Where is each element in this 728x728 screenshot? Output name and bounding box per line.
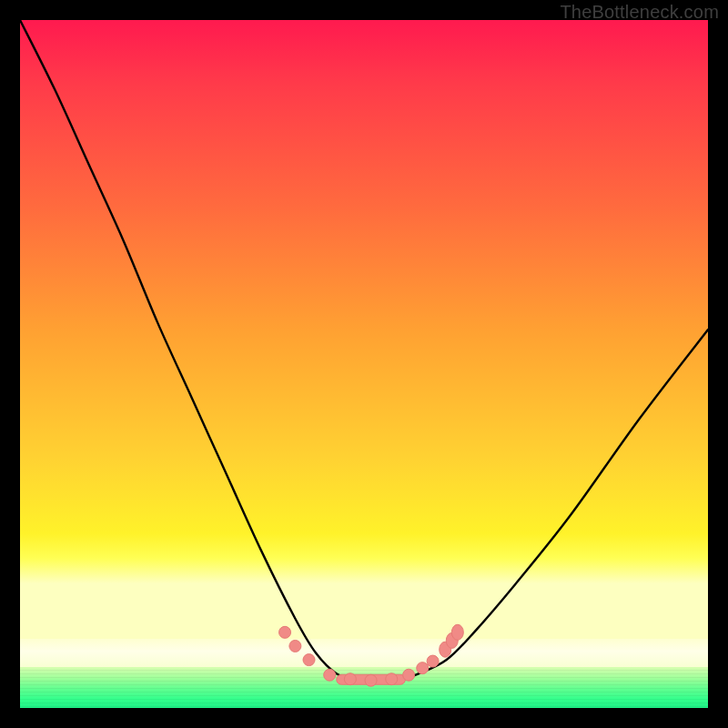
curve-marker (324, 669, 336, 681)
curve-marker (303, 654, 315, 666)
curve-marker (279, 626, 291, 638)
bottleneck-curve-line (20, 20, 708, 681)
chart-frame: TheBottleneck.com (0, 0, 728, 728)
plot-area (20, 20, 708, 708)
curve-marker (344, 673, 356, 685)
curve-marker (427, 655, 439, 667)
curve-marker (386, 673, 398, 685)
curve-marker (365, 674, 377, 686)
watermark-text: TheBottleneck.com (560, 2, 719, 23)
curve-marker (451, 624, 463, 640)
curve-marker (289, 640, 301, 652)
curve-marker (417, 662, 429, 674)
bottleneck-curve-svg (20, 20, 708, 708)
curve-markers (279, 624, 464, 686)
curve-marker (403, 669, 415, 681)
